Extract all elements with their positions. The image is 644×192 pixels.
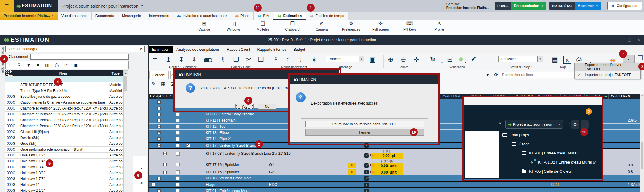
cost-column-header[interactable]: Coût U fin.G bbox=[608, 94, 633, 99]
column-header-type[interactable]: Type bbox=[108, 70, 123, 76]
expand-icon[interactable]: + bbox=[157, 119, 161, 122]
zoom-in-icon[interactable]: ⊕ bbox=[388, 56, 393, 63]
row-checkbox[interactable] bbox=[176, 112, 180, 116]
paste-icon[interactable]: ❏ bbox=[258, 56, 264, 63]
expand-icon[interactable]: + bbox=[157, 131, 161, 134]
column-header-6[interactable]: 6 bbox=[165, 94, 168, 99]
help-icon[interactable]: ? bbox=[586, 108, 592, 115]
managed-by-link[interactable]: Protection Incendie Platin... bbox=[446, 6, 489, 9]
zero-cell[interactable]: 0 bbox=[348, 169, 356, 175]
row-checkbox[interactable] bbox=[176, 183, 180, 187]
quick-tool-button[interactable]: ♙ Profile bbox=[425, 21, 454, 31]
catalog-row[interactable]: STRUCTURE DE PROJET Modèle bbox=[5, 82, 123, 88]
move-top-icon[interactable]: ↟ bbox=[273, 56, 279, 63]
menu-item-import-takeoff[interactable]: ✓ Importer un projet TAKEOFF bbox=[575, 71, 640, 79]
paste-special-icon[interactable]: ⇩ bbox=[220, 56, 226, 63]
column-header-5[interactable]: 5 bbox=[162, 94, 165, 99]
catalog-row[interactable] bbox=[5, 76, 123, 82]
catalog-row[interactable]: 000G Chambre et Pension 2028 (Allez-Reto… bbox=[5, 123, 123, 129]
expand-icon[interactable]: + bbox=[157, 113, 161, 116]
row-checkbox[interactable] bbox=[176, 163, 180, 166]
row-checkbox[interactable] bbox=[176, 125, 180, 129]
zero-cell[interactable]: 0 bbox=[348, 163, 356, 168]
row-checkbox[interactable] bbox=[176, 170, 180, 174]
chevron-down-icon[interactable]: ▼ bbox=[441, 59, 443, 66]
yes-button[interactable]: Yes bbox=[235, 104, 254, 110]
remove-down-icon[interactable]: ↧ bbox=[179, 56, 184, 63]
move-right-icon[interactable]: → bbox=[133, 164, 147, 171]
validate-icon[interactable]: ✔ bbox=[471, 55, 477, 63]
import-rows-icon[interactable]: ⇓ bbox=[192, 56, 197, 63]
column-header-2[interactable]: 2 bbox=[152, 94, 155, 99]
row-checkbox[interactable] bbox=[176, 144, 180, 147]
module-tab[interactable]: ◆◆ Vue d'ensemble bbox=[58, 12, 92, 20]
catalog-row[interactable]: 000G Chambre et Pension 2025 (Allez-Reto… bbox=[5, 106, 123, 112]
filter-icon[interactable]: ▼ bbox=[26, 63, 31, 68]
assign-down-icon[interactable]: ↓ bbox=[364, 189, 369, 192]
catalog-row[interactable]: 000G Chambre et Pension 2027 (Allez-Reto… bbox=[5, 117, 123, 123]
catalog-row[interactable]: 000G Bouteilles jaune de gaz a souder Au… bbox=[5, 94, 123, 100]
toggle-icon[interactable] bbox=[204, 58, 212, 62]
catalog-scrollbar[interactable]: ▲ bbox=[123, 70, 128, 192]
tree-item-kit05[interactable]: KIT-05 | Salle de Gicleur bbox=[499, 167, 601, 176]
expand-icon[interactable]: + bbox=[157, 100, 161, 104]
tree-item-kit01[interactable]: KIT-01 | Entrée d'eau Mural bbox=[499, 149, 601, 158]
zoom-out-icon[interactable]: ⊖ bbox=[401, 56, 406, 63]
module-tab[interactable]: ◆◆ Messagerie bbox=[118, 12, 145, 20]
configuration-button[interactable]: ⚙ Configuration bbox=[607, 2, 642, 10]
column-header-3[interactable]: 3 bbox=[155, 94, 159, 99]
tree-item-etage[interactable]: Étage bbox=[499, 139, 601, 149]
row-checkbox[interactable] bbox=[176, 152, 180, 156]
menu-budget[interactable]: Budget bbox=[290, 46, 309, 53]
our-state-button[interactable]: NOTRE ÉTAT À estimer▼ bbox=[549, 2, 601, 10]
quick-tool-button[interactable]: ⊙ Camera bbox=[307, 21, 336, 31]
move-all-right-icon[interactable]: ⇥ bbox=[133, 179, 147, 186]
quick-tool-button[interactable]: ❐ Clipboard bbox=[278, 21, 307, 31]
catalog-row[interactable]: 000G Grue ($/h) Autre coû bbox=[5, 141, 123, 147]
quick-tool-button[interactable]: ⌨ FN Keys bbox=[395, 21, 425, 31]
filter-icon[interactable]: ▼ bbox=[485, 72, 490, 77]
row-checkbox[interactable] bbox=[176, 119, 180, 122]
copy-icon[interactable]: ❐ bbox=[233, 56, 239, 63]
quantity-cell[interactable]: ◆◆ 0,00 unit bbox=[371, 169, 403, 175]
compare-grid-icon[interactable]: ⊞ bbox=[447, 56, 452, 63]
cost-column-header[interactable]: Coût U Mat. bbox=[440, 94, 464, 99]
move-up-icon[interactable]: ↑ bbox=[286, 56, 289, 63]
cut-icon[interactable]: ✂ bbox=[246, 56, 251, 63]
plan-thumbnail[interactable] bbox=[465, 131, 499, 178]
chart-icon[interactable]: ▥ bbox=[45, 63, 49, 68]
catalog-row[interactable]: 000G Cautionnements Chantier - Assurance… bbox=[5, 100, 123, 106]
row-checkbox[interactable] bbox=[176, 176, 180, 180]
column-header-star[interactable]: * bbox=[168, 94, 174, 99]
menu-analyses[interactable]: Analyses des compilations bbox=[173, 46, 223, 53]
import-icon[interactable]: ↧ bbox=[17, 63, 21, 68]
module-tab[interactable]: ◆◆ Feuilles de temps bbox=[306, 12, 348, 20]
module-tab[interactable]: ◆◆ BIM bbox=[254, 12, 274, 20]
close-icon[interactable]: ✕ bbox=[637, 38, 640, 42]
expand-icon[interactable]: + bbox=[157, 125, 161, 128]
module-tab[interactable]: ◆◆ Invitations à soumissionner bbox=[173, 12, 231, 20]
catalog-row[interactable]: 000G Hole saw 2 1/2" Autre coû bbox=[5, 188, 123, 192]
menu-rapport-client[interactable]: Rapport Client bbox=[223, 46, 254, 53]
scroll-up-icon[interactable]: ^ bbox=[640, 94, 644, 98]
edit-pencil-icon[interactable]: ✎ bbox=[152, 81, 155, 87]
expand-icon[interactable]: + bbox=[157, 177, 161, 180]
save-icon[interactable]: ▦ bbox=[161, 81, 165, 87]
grid-row-kit01[interactable]: + KIT-01 | Entrée d'eau Mural ↓ bbox=[149, 188, 640, 192]
catalog-row[interactable]: 000G Ciseau Lift ($/jour) Autre coû bbox=[5, 129, 123, 135]
collapse-icon[interactable]: = bbox=[37, 63, 39, 68]
catalog-row[interactable]: 000G Chambre et Pension 2026 (Allez-Reto… bbox=[5, 112, 123, 117]
phase-button[interactable]: PHASE En soumission▼ bbox=[495, 2, 546, 10]
assign-down-icon[interactable]: ↓ bbox=[364, 176, 369, 181]
add-icon[interactable]: + bbox=[9, 63, 11, 68]
status-led-icon[interactable] bbox=[459, 57, 463, 61]
column-header-1[interactable]: 1 bbox=[149, 94, 152, 99]
continue-takeoff-button[interactable]: Poursuivre la soumission dans TAKEOFF bbox=[305, 121, 424, 127]
expand-icon[interactable]: + bbox=[163, 152, 167, 155]
assign-down-icon[interactable]: ↓ bbox=[364, 153, 369, 158]
classement-input[interactable] bbox=[30, 54, 129, 60]
project-title-dropdown[interactable]: Projet à soumissionner pour instruction▼ bbox=[62, 0, 143, 12]
row-checkbox[interactable] bbox=[176, 131, 180, 135]
catalog-row[interactable]: 000G Dessin ($/h) Autre coû bbox=[5, 135, 123, 141]
column-header-name[interactable]: Nom bbox=[19, 70, 108, 76]
